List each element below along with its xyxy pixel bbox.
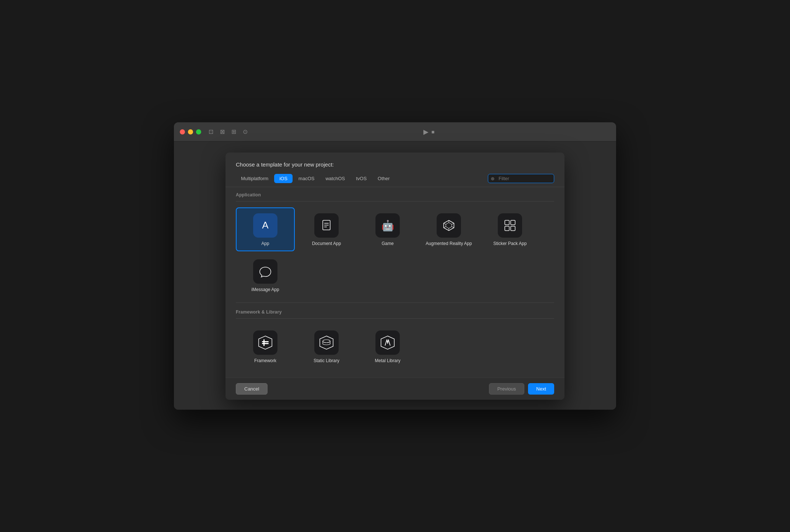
maximize-button[interactable] xyxy=(196,129,201,134)
svg-rect-26 xyxy=(262,343,269,344)
application-grid: A App xyxy=(236,204,554,301)
template-ar-app[interactable]: Augmented Reality App xyxy=(419,207,478,251)
document-app-icon xyxy=(318,217,335,234)
cancel-button[interactable]: Cancel xyxy=(236,383,268,395)
svg-rect-2 xyxy=(318,217,335,234)
framework-section-label: Framework & Library xyxy=(236,304,554,319)
toolbar-center: ▶ ■ xyxy=(248,128,610,136)
svg-rect-9 xyxy=(441,217,457,234)
title-bar: ⊡ ⊠ ⊞ ⊙ ▶ ■ xyxy=(174,122,616,141)
metal-library-label: Metal Library xyxy=(375,358,400,364)
app-icon-container: A xyxy=(253,213,277,238)
svg-rect-25 xyxy=(262,341,269,342)
tab-ios[interactable]: iOS xyxy=(274,174,293,183)
document-app-icon-container xyxy=(314,213,339,238)
tab-other[interactable]: Other xyxy=(373,174,395,183)
minimize-button[interactable] xyxy=(188,129,193,134)
static-library-label: Static Library xyxy=(314,358,339,364)
ar-app-icon-container xyxy=(437,213,461,238)
svg-rect-27 xyxy=(263,339,265,346)
template-document-app[interactable]: Document App xyxy=(297,207,356,251)
branch-icon[interactable]: ⊞ xyxy=(231,128,236,135)
next-button[interactable]: Next xyxy=(528,383,554,395)
metal-library-icon xyxy=(380,335,396,351)
game-icon-container: 🤖 xyxy=(375,213,400,238)
metal-library-icon-container xyxy=(375,330,400,355)
svg-rect-18 xyxy=(502,217,518,234)
svg-marker-24 xyxy=(259,336,272,349)
framework-icon-container xyxy=(253,330,277,355)
filter-input[interactable] xyxy=(488,174,554,183)
ar-app-icon xyxy=(441,217,457,234)
toolbar-icons: ⊡ ⊠ ⊞ ⊙ xyxy=(209,128,248,135)
traffic-lights xyxy=(180,129,201,134)
imessage-icon-container xyxy=(253,259,277,284)
search-icon[interactable]: ⊙ xyxy=(243,128,248,135)
new-project-dialog: Choose a template for your new project: … xyxy=(226,153,564,400)
template-metal-library[interactable]: Metal Library xyxy=(358,325,417,368)
template-game[interactable]: 🤖 Game xyxy=(358,207,417,251)
tab-bar: Multiplatform iOS macOS watchOS tvOS Oth… xyxy=(226,174,564,187)
sticker-pack-icon xyxy=(502,217,518,234)
previous-button[interactable]: Previous xyxy=(489,383,525,395)
application-section-label: Application xyxy=(236,187,554,202)
game-label: Game xyxy=(382,241,394,247)
dialog-overlay: Choose a template for your new project: … xyxy=(174,141,616,410)
stop-square[interactable]: ■ xyxy=(431,129,434,135)
framework-label: Framework xyxy=(254,358,276,364)
framework-icon xyxy=(257,335,273,351)
dialog-header: Choose a template for your new project: xyxy=(226,153,564,174)
imessage-label: iMessage App xyxy=(251,287,279,293)
filter-container: ⊛ xyxy=(488,174,554,183)
tab-multiplatform[interactable]: Multiplatform xyxy=(236,174,273,183)
game-icon: 🤖 xyxy=(380,217,396,234)
tab-watchos[interactable]: watchOS xyxy=(320,174,350,183)
svg-text:🤖: 🤖 xyxy=(381,220,394,232)
template-static-library[interactable]: Static Library xyxy=(297,325,356,368)
tab-tvos[interactable]: tvOS xyxy=(351,174,372,183)
ar-app-label: Augmented Reality App xyxy=(426,241,472,247)
template-framework[interactable]: Framework xyxy=(236,325,295,368)
app-icon: A xyxy=(257,217,273,234)
template-sticker-pack[interactable]: Sticker Pack App xyxy=(480,207,539,251)
template-app[interactable]: A App xyxy=(236,207,295,251)
xcode-window: ⊡ ⊠ ⊞ ⊙ ▶ ■ Choose a template for your n… xyxy=(174,122,616,410)
dialog-title: Choose a template for your new project: xyxy=(236,161,334,168)
filter-icon: ⊛ xyxy=(491,176,494,181)
static-library-icon xyxy=(318,335,335,351)
framework-grid: Framework Sta xyxy=(236,321,554,372)
section-divider xyxy=(236,302,554,303)
template-imessage[interactable]: iMessage App xyxy=(236,253,295,297)
dialog-footer: Cancel Previous Next xyxy=(226,378,564,400)
imessage-icon xyxy=(257,263,273,280)
footer-right-buttons: Previous Next xyxy=(489,383,554,395)
close-button[interactable] xyxy=(180,129,185,134)
tab-macos[interactable]: macOS xyxy=(293,174,319,183)
dialog-content: Application A App xyxy=(226,187,564,378)
sticker-pack-icon-container xyxy=(498,213,522,238)
play-button[interactable]: ▶ xyxy=(423,128,429,136)
folder-icon[interactable]: ⊡ xyxy=(209,128,213,135)
svg-text:A: A xyxy=(262,220,269,231)
app-label: App xyxy=(261,241,269,247)
document-app-label: Document App xyxy=(312,241,341,247)
static-library-icon-container xyxy=(314,330,339,355)
sticker-pack-label: Sticker Pack App xyxy=(493,241,527,247)
stop-icon[interactable]: ⊠ xyxy=(220,128,225,135)
